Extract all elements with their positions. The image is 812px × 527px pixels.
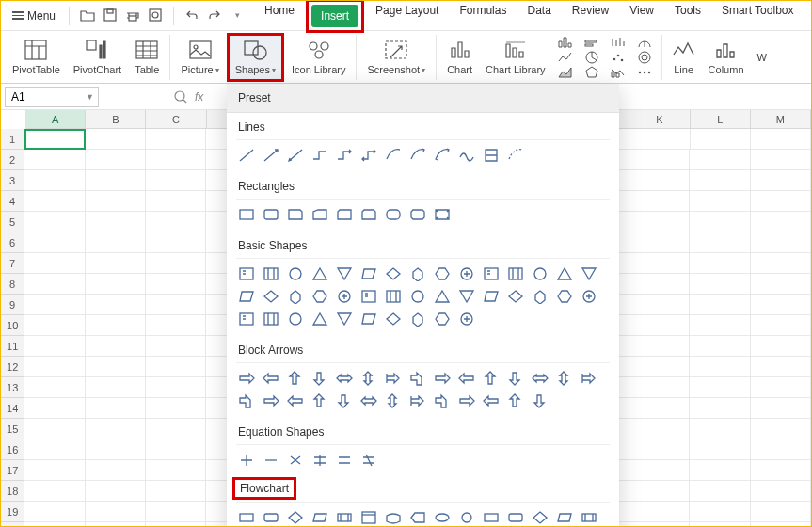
flow-shape-0[interactable] (236, 508, 257, 527)
cell-A1[interactable] (24, 129, 85, 150)
area-chart-icon[interactable] (557, 66, 574, 79)
cell-K13[interactable] (629, 377, 690, 398)
basic-shape-15[interactable] (236, 287, 257, 306)
block-shape-15[interactable] (236, 391, 257, 410)
row-header-2[interactable]: 2 (1, 150, 24, 170)
cell-M17[interactable] (751, 460, 811, 481)
cell-B17[interactable] (86, 460, 146, 481)
basic-shape-20[interactable] (358, 287, 379, 306)
block-shape-11[interactable] (505, 369, 526, 388)
cell-B1[interactable] (86, 129, 146, 150)
row-header-14[interactable]: 14 (1, 398, 24, 419)
cell-L5[interactable] (690, 212, 750, 232)
flow-shape-7[interactable] (407, 508, 428, 527)
flow-shape-6[interactable] (383, 508, 404, 527)
rect-shape-6[interactable] (383, 205, 404, 224)
basic-shape-6[interactable] (383, 264, 404, 283)
cell-K20[interactable] (629, 522, 690, 526)
cell-A9[interactable] (24, 295, 85, 315)
cell-B18[interactable] (86, 481, 146, 502)
cell-A7[interactable] (24, 253, 85, 274)
rect-shape-7[interactable] (407, 205, 428, 224)
flow-shape-13[interactable] (554, 508, 575, 527)
tab-review[interactable]: Review (563, 0, 618, 33)
basic-shape-13[interactable] (554, 264, 575, 283)
cell-C10[interactable] (146, 315, 206, 336)
basic-shape-17[interactable] (285, 287, 306, 306)
flow-shape-12[interactable] (530, 508, 550, 527)
cell-L18[interactable] (690, 481, 750, 502)
row-header-17[interactable]: 17 (1, 460, 24, 481)
flow-shape-4[interactable] (334, 508, 355, 527)
cell-C5[interactable] (146, 212, 206, 232)
tab-smarttoolbox[interactable]: Smart Toolbox (712, 0, 803, 33)
cell-K10[interactable] (629, 315, 690, 336)
cell-C7[interactable] (146, 253, 206, 274)
cell-M8[interactable] (751, 274, 811, 295)
basic-shape-26[interactable] (505, 287, 526, 306)
cell-M19[interactable] (751, 502, 811, 522)
cell-C8[interactable] (146, 274, 206, 295)
scatter-chart-icon[interactable] (610, 51, 627, 64)
rect-shape-1[interactable] (261, 205, 281, 224)
pivotchart-button[interactable]: PivotChart (68, 33, 127, 82)
tab-insert[interactable]: Insert (311, 5, 358, 27)
flow-shape-10[interactable] (481, 508, 502, 527)
cell-A5[interactable] (24, 212, 85, 232)
block-shape-13[interactable] (554, 369, 575, 388)
row-header-7[interactable]: 7 (1, 253, 24, 274)
cell-M9[interactable] (751, 295, 811, 315)
redo-icon[interactable] (206, 7, 223, 24)
tab-tools[interactable]: Tools (665, 0, 710, 33)
flow-shape-8[interactable] (432, 508, 453, 527)
cell-L13[interactable] (690, 377, 750, 398)
cell-B4[interactable] (86, 191, 146, 212)
block-shape-10[interactable] (481, 369, 502, 388)
cell-B20[interactable] (86, 522, 146, 526)
tab-home[interactable]: Home (255, 0, 304, 33)
basic-shape-23[interactable] (432, 287, 453, 306)
cell-M4[interactable] (751, 191, 811, 212)
sparkline-column-button[interactable]: Column (703, 33, 750, 82)
basic-shape-35[interactable] (358, 310, 379, 328)
block-shape-19[interactable] (334, 391, 355, 410)
chartlib-button[interactable]: Chart Library (480, 33, 551, 82)
basic-shape-1[interactable] (261, 264, 281, 283)
row-header-1[interactable]: 1 (1, 129, 24, 150)
cell-B9[interactable] (86, 295, 146, 315)
cell-C16[interactable] (146, 439, 206, 460)
block-shape-9[interactable] (456, 369, 477, 388)
pivottable-button[interactable]: PivotTable (7, 33, 66, 82)
block-shape-3[interactable] (310, 369, 330, 388)
cell-A8[interactable] (24, 274, 85, 295)
flow-shape-3[interactable] (310, 508, 330, 527)
cell-B12[interactable] (86, 357, 146, 377)
more-icon[interactable]: ▾ (229, 7, 246, 24)
block-shape-18[interactable] (310, 391, 330, 410)
cell-A2[interactable] (24, 150, 85, 170)
cell-M16[interactable] (751, 439, 811, 460)
cell-M12[interactable] (751, 357, 811, 377)
cell-L6[interactable] (690, 232, 750, 253)
tab-formulas[interactable]: Formulas (450, 0, 516, 33)
more-charts-icon[interactable] (636, 66, 653, 79)
row-header-10[interactable]: 10 (1, 315, 24, 336)
basic-shape-18[interactable] (310, 287, 330, 306)
cell-K16[interactable] (629, 439, 690, 460)
cell-C6[interactable] (146, 232, 206, 253)
name-box[interactable]: ▼ (5, 87, 99, 107)
flow-shape-5[interactable] (358, 508, 379, 527)
basic-shape-24[interactable] (456, 287, 477, 306)
cell-A16[interactable] (24, 439, 85, 460)
cell-K5[interactable] (629, 212, 690, 232)
eq-shape-0[interactable] (236, 451, 257, 470)
cell-C4[interactable] (146, 191, 206, 212)
block-shape-5[interactable] (358, 369, 379, 388)
gauge-chart-icon[interactable] (636, 36, 653, 49)
block-shape-25[interactable] (481, 391, 502, 410)
basic-shape-39[interactable] (456, 310, 477, 328)
eq-shape-2[interactable] (285, 451, 306, 470)
row-header-8[interactable]: 8 (1, 274, 24, 295)
row-header-15[interactable]: 15 (1, 419, 24, 439)
cell-M2[interactable] (751, 150, 811, 170)
